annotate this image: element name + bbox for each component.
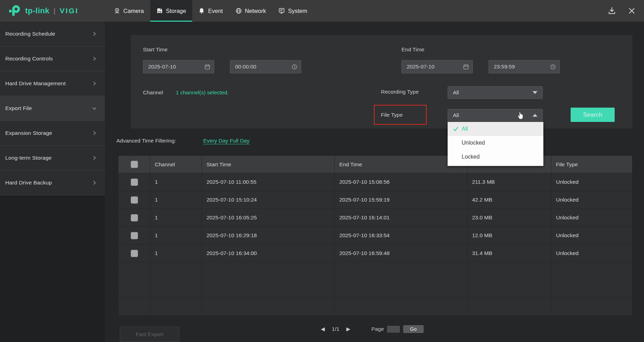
sidebar-item-hard-drive-management[interactable]: Hard Drive Management [0, 71, 105, 96]
sidebar-item-recording-schedule[interactable]: Recording Schedule [0, 22, 105, 46]
file-type-value: All [453, 112, 459, 118]
end-time-field[interactable] [489, 60, 560, 73]
recordings-table: Channel Start Time End Time File Type 1 … [118, 155, 632, 315]
cell-file-type: Unlocked [551, 227, 632, 244]
bell-icon [198, 8, 205, 14]
start-time-label: Start Time [143, 46, 168, 53]
cell-start-time: 2025-07-10 11:00:55 [202, 173, 335, 191]
table-row: 1 2025-07-10 16:05:25 2025-07-10 16:14:0… [118, 209, 632, 227]
cell-file-size: 12.0 MB [468, 227, 551, 244]
pagination-bar: ◀ 1/1 ▶ Page Go [321, 324, 424, 334]
recording-type-label: Recording Type [381, 89, 419, 95]
sidebar-item-label: Recording Schedule [5, 31, 55, 37]
end-date-field[interactable] [401, 60, 473, 73]
sidebar-item-expansion-storage[interactable]: Expansion Storage [0, 121, 105, 146]
start-time-input[interactable] [235, 64, 291, 70]
chevron-down-icon [92, 105, 97, 111]
channel-selected-link[interactable]: 1 channel(s) selected. [176, 89, 229, 96]
start-time-field[interactable] [230, 60, 301, 73]
vigi-app-window: tp-link | VIGI Camera Stora [0, 0, 644, 342]
camera-icon [114, 8, 120, 14]
row-checkbox[interactable] [131, 250, 138, 257]
table-row: 1 2025-07-10 11:00:55 2025-07-10 15:08:5… [118, 173, 632, 191]
channel-label: Channel [143, 89, 163, 96]
dropdown-option-all[interactable]: All [448, 122, 543, 136]
tab-label: System [288, 8, 307, 14]
sidebar-item-hard-drive-backup[interactable]: Hard Drive Backup [0, 170, 105, 195]
dropdown-arrow-up-icon [533, 114, 537, 117]
cell-file-type: Unlocked [551, 245, 632, 262]
sidebar-item-long-term-storage[interactable]: Long-term Storage [0, 146, 105, 170]
search-button[interactable]: Search [571, 108, 615, 122]
table-empty-row [118, 298, 632, 316]
advanced-filter-link[interactable]: Every Day Full Day [203, 138, 250, 144]
dropdown-option-unlocked[interactable]: Unlocked [448, 136, 543, 150]
main-content: Start Time End Time [105, 22, 644, 342]
page-indicator: 1/1 [332, 326, 340, 332]
file-type-label: File Type [381, 112, 403, 118]
clock-icon [291, 64, 297, 70]
table-header-row: Channel Start Time End Time File Type [118, 156, 632, 173]
select-all-checkbox[interactable] [131, 161, 138, 168]
chevron-right-icon [92, 130, 97, 136]
sidebar: Recording Schedule Recording Controls Ha… [0, 22, 105, 342]
row-checkbox[interactable] [131, 214, 138, 221]
tab-event[interactable]: Event [192, 0, 229, 22]
advanced-filter-label: Advanced Time Filtering: [116, 138, 176, 144]
main-nav-tabs: Camera Storage Event [108, 0, 313, 22]
cell-start-time: 2025-07-10 15:10:24 [202, 191, 335, 209]
prev-page-icon[interactable]: ◀ [321, 324, 325, 334]
end-date-input[interactable] [407, 64, 463, 70]
tab-label: Storage [166, 8, 186, 14]
page-number-input[interactable] [387, 326, 400, 333]
cell-channel: 1 [150, 209, 202, 226]
recording-type-value: All [453, 89, 459, 96]
tab-network[interactable]: Network [229, 0, 273, 22]
cell-file-type: Unlocked [551, 191, 632, 209]
tab-label: Event [208, 8, 223, 14]
table-empty-row [118, 262, 632, 280]
tab-system[interactable]: System [272, 0, 313, 22]
chevron-right-icon [92, 56, 97, 61]
dropdown-option-label: Locked [462, 154, 480, 160]
cell-file-size: 23.0 MB [468, 209, 551, 226]
chevron-right-icon [92, 81, 97, 86]
sidebar-item-label: Recording Controls [5, 56, 53, 62]
chevron-right-icon [92, 31, 97, 37]
recording-type-select[interactable]: All [448, 86, 543, 99]
table-row: 1 2025-07-10 16:29:18 2025-07-10 16:33:5… [118, 227, 632, 245]
row-checkbox[interactable] [131, 196, 138, 204]
tab-label: Network [245, 8, 266, 14]
monitor-icon [278, 8, 285, 14]
close-icon[interactable] [628, 7, 636, 15]
start-date-field[interactable] [143, 60, 214, 73]
download-icon[interactable] [608, 7, 616, 15]
tplink-logo-icon [8, 4, 22, 18]
end-time-label: End Time [401, 46, 424, 53]
sidebar-item-label: Export File [5, 105, 32, 111]
next-page-icon[interactable]: ▶ [346, 324, 350, 334]
go-button[interactable]: Go [403, 325, 424, 333]
cell-end-time: 2025-07-10 16:14:01 [335, 209, 468, 226]
tab-label: Camera [123, 8, 144, 14]
file-type-select[interactable]: All [448, 109, 543, 122]
row-checkbox[interactable] [131, 232, 138, 239]
fast-export-button[interactable]: Fast Export [120, 327, 179, 342]
cell-end-time: 2025-07-10 15:08:56 [335, 173, 468, 191]
tab-camera[interactable]: Camera [108, 0, 150, 22]
end-time-input[interactable] [494, 64, 550, 70]
cell-channel: 1 [150, 191, 202, 209]
cell-start-time: 2025-07-10 16:34:00 [202, 245, 335, 262]
sidebar-item-label: Hard Drive Backup [5, 180, 52, 186]
tab-storage[interactable]: Storage [150, 0, 193, 22]
table-row: 1 2025-07-10 16:34:00 2025-07-10 16:59:4… [118, 245, 632, 262]
table-empty-row [118, 280, 632, 298]
row-checkbox[interactable] [131, 179, 138, 186]
dropdown-option-locked[interactable]: Locked [448, 150, 543, 164]
search-filter-panel: Start Time End Time [131, 35, 632, 129]
cell-file-type: Unlocked [551, 209, 632, 226]
start-date-input[interactable] [148, 64, 204, 70]
sidebar-item-recording-controls[interactable]: Recording Controls [0, 46, 105, 71]
cell-file-size: 42.2 MB [468, 191, 551, 209]
sidebar-item-export-file[interactable]: Export File [0, 96, 105, 121]
